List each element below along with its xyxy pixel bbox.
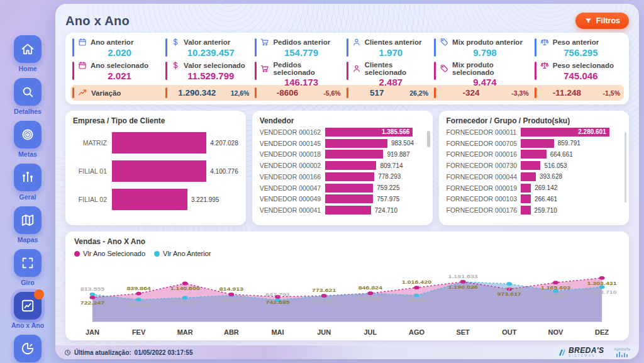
- selected-point[interactable]: [182, 282, 188, 286]
- bar[interactable]: 1.385.566: [325, 128, 413, 137]
- page-title: Ano x Ano: [65, 14, 130, 28]
- anterior-point[interactable]: [506, 282, 512, 286]
- sidebar-icon-button[interactable]: [14, 335, 42, 362]
- bar[interactable]: [521, 206, 531, 215]
- bar-value-label: 4.100.776: [206, 168, 238, 175]
- bar[interactable]: [325, 172, 374, 181]
- sidebar-icon-button[interactable]: [14, 206, 42, 234]
- selected-value-label: 1.303.431: [587, 281, 616, 286]
- selected-point[interactable]: [414, 286, 419, 289]
- kpi-label: Mix produto anterior: [452, 38, 523, 46]
- bar[interactable]: [325, 194, 373, 203]
- sidebar-item-margens[interactable]: Margens: [14, 335, 42, 363]
- sidebar-item-giro[interactable]: Giro: [14, 249, 42, 286]
- kpi-label: Ano selecionado: [91, 62, 148, 69]
- kpi-card-ant[interactable]: Mix produto anterior9.798: [432, 36, 533, 59]
- x-axis-label: MAI: [271, 328, 284, 336]
- bar[interactable]: [521, 161, 541, 170]
- kpi-value: 11.529.799: [171, 70, 250, 81]
- kpi-card-sel[interactable]: Clientes selecionado2.487: [345, 59, 432, 82]
- sidebar-item-metas[interactable]: Metas: [14, 121, 42, 158]
- sidebar-item-label: Detalhes: [14, 108, 42, 115]
- x-axis-label: FEV: [132, 328, 145, 336]
- bar[interactable]: [325, 150, 384, 159]
- kpi-card-ant[interactable]: Pedidos anterior154.779: [253, 36, 344, 59]
- bar-category-label: FORNECEDOR 000011: [447, 128, 521, 136]
- bar[interactable]: [112, 189, 187, 210]
- bar[interactable]: [325, 184, 374, 193]
- bar[interactable]: [112, 160, 206, 182]
- sidebar-icon-button[interactable]: [14, 292, 42, 320]
- sidebar-item-geral[interactable]: Geral: [14, 164, 42, 201]
- anterior-value-label: 647.793: [265, 293, 289, 298]
- kpi-card-ant[interactable]: Valor anterior10.239.457: [164, 36, 253, 59]
- kpi-variation-row: Variação1.290.34212,6%-8606-5,6%51726,2%…: [70, 85, 624, 101]
- selected-point[interactable]: [228, 293, 234, 296]
- bar[interactable]: 2.280.601: [521, 128, 609, 137]
- selected-point[interactable]: [367, 291, 373, 295]
- anterior-point[interactable]: [182, 296, 188, 299]
- kpi-card-sel[interactable]: Valor selecionado11.529.799: [164, 59, 253, 82]
- anterior-point[interactable]: [136, 298, 142, 301]
- anterior-point[interactable]: [414, 294, 419, 298]
- sidebar-item-home[interactable]: Home: [14, 35, 42, 72]
- anterior-point[interactable]: [599, 285, 605, 289]
- sidebar-icon-button[interactable]: [14, 35, 42, 63]
- kpi-value: 745.046: [540, 70, 621, 81]
- sidebar-icon-button[interactable]: [14, 121, 42, 148]
- bar[interactable]: [521, 184, 531, 193]
- sidebar-icon-button[interactable]: [14, 249, 42, 277]
- selected-point[interactable]: [553, 281, 558, 284]
- selected-point[interactable]: [89, 296, 95, 299]
- bar[interactable]: [112, 132, 206, 154]
- legend-dot: [74, 251, 80, 257]
- selected-point[interactable]: [321, 294, 327, 298]
- bredas-logo: BREDA'S SISTEMAS: [558, 347, 604, 358]
- legend-label: Vlr Ano Selecionado: [83, 250, 145, 257]
- sidebar-item-label: Mapas: [18, 236, 38, 243]
- sidebar-icon-button[interactable]: [14, 164, 42, 191]
- anterior-value-label: 789.410: [219, 298, 243, 303]
- person-icon: [352, 38, 361, 47]
- sidebar-item-ano-x-ano[interactable]: Ano x Ano: [11, 292, 44, 329]
- kpi-card-ant[interactable]: Ano anterior2.020: [70, 36, 164, 59]
- legend-item[interactable]: Vlr Ano Selecionado: [74, 250, 145, 257]
- bar-value-label: 259.710: [531, 207, 557, 214]
- bar-row: VENDEDOR 000049757.975: [260, 194, 425, 203]
- kpi-card-sel[interactable]: Mix produto selecionado9.474: [432, 59, 533, 82]
- bar-row: FORNECEDOR 000044393.628: [447, 172, 622, 181]
- selected-value-label: 742.685: [265, 299, 289, 304]
- scrollbar-thumb[interactable]: [427, 131, 430, 147]
- bar-row: VENDEDOR 0001621.385.566: [260, 128, 425, 137]
- legend-item[interactable]: Vlr Ano Anterior: [154, 250, 211, 257]
- kpi-card-sel[interactable]: Pedidos selecionado146.173: [253, 59, 344, 82]
- kpi-card-ant[interactable]: Peso anterior756.295: [533, 36, 624, 59]
- footer-bar: Última atualização: 01/05/2022 03:17:55 …: [55, 345, 639, 359]
- bar[interactable]: [521, 150, 547, 159]
- kpi-card-sel[interactable]: Ano selecionado2.021: [70, 59, 164, 82]
- bar[interactable]: [521, 172, 536, 181]
- bar[interactable]: [325, 206, 371, 215]
- bar[interactable]: [325, 161, 377, 170]
- scrollbar-thumb[interactable]: [625, 132, 626, 203]
- bar[interactable]: [521, 139, 554, 148]
- sidebar-item-mapas[interactable]: Mapas: [14, 206, 42, 243]
- kpi-label: Clientes anterior: [365, 38, 422, 46]
- selected-point[interactable]: [460, 280, 466, 284]
- kpi-label: Mix produto selecionado: [452, 61, 530, 76]
- scale-icon: [540, 61, 549, 70]
- filters-button[interactable]: Filtros: [575, 13, 629, 29]
- variation-value: 1.290.342: [171, 88, 223, 98]
- selected-value-label: 846.824: [358, 286, 382, 291]
- selected-point[interactable]: [599, 276, 605, 280]
- sidebar-icon-button[interactable]: [14, 78, 42, 106]
- selected-point[interactable]: [136, 292, 142, 296]
- sidebar-item-detalhes[interactable]: Detalhes: [14, 78, 42, 115]
- bar[interactable]: [325, 139, 387, 148]
- calendar-icon: [78, 61, 87, 70]
- bar[interactable]: [521, 194, 531, 203]
- bar-category-label: VENDEDOR 000049: [260, 195, 325, 203]
- kpi-card-ant[interactable]: Clientes anterior1.970: [345, 36, 432, 59]
- kpi-card-sel[interactable]: Peso selecionado745.046: [533, 59, 624, 82]
- fornecedor-bars: FORNECEDOR 0000112.280.601FORNECEDOR 000…: [447, 125, 622, 217]
